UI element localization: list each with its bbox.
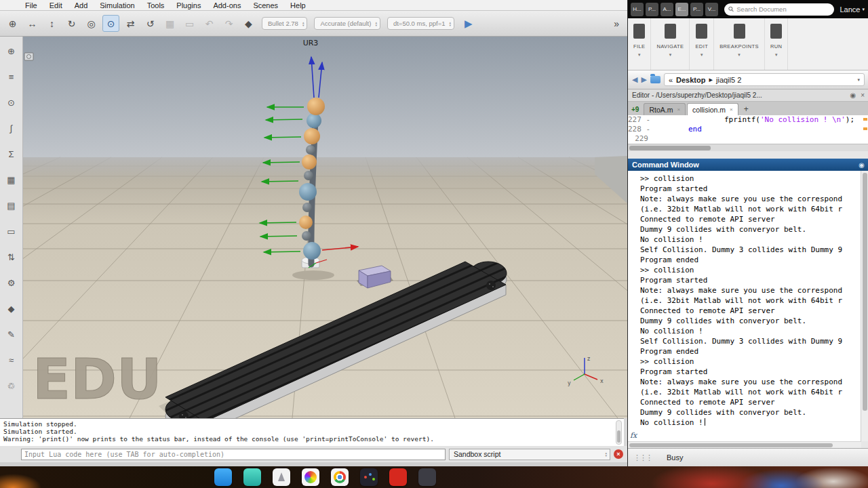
command-window-header[interactable]: Command Window ◉ [628, 159, 868, 171]
start-simulation-button[interactable]: ▶ [465, 18, 473, 30]
folder-icon[interactable] [650, 76, 660, 83]
command-hscrollbar[interactable] [628, 441, 861, 448]
launchpad-dock-icon[interactable] [273, 468, 290, 486]
breadcrumb[interactable]: « Desktop ▸ jiaqil5 2 ▾ [664, 73, 865, 86]
menu-simulation[interactable]: Simulation [94, 0, 140, 11]
3d-viewport[interactable]: UR3 EDU x y z [23, 37, 627, 418]
toolstrip-tab-3[interactable]: E... [675, 3, 688, 16]
assemble-icon[interactable]: ▦ [161, 15, 178, 32]
page-icon[interactable] [24, 53, 33, 60]
chevron-down-icon[interactable]: ▼ [700, 53, 704, 57]
undo-icon[interactable]: ↶ [201, 15, 218, 32]
coppeliasim-dock-icon[interactable] [360, 468, 378, 486]
messages-dock-icon[interactable] [243, 468, 261, 486]
finder-dock-icon[interactable] [214, 468, 232, 486]
ribbon-section-file[interactable]: FILE▼ [628, 18, 651, 70]
ribbon-section-edit[interactable]: EDIT▼ [690, 18, 714, 70]
doc-search-box[interactable] [724, 3, 834, 16]
command-vscrollbar[interactable] [861, 171, 868, 441]
chevron-down-icon[interactable]: ▼ [637, 53, 642, 57]
toolstrip-tab-1[interactable]: P... [646, 3, 658, 16]
collections-icon[interactable]: ◆ [4, 301, 19, 316]
environment-icon[interactable]: ♲ [4, 378, 19, 393]
layers-icon[interactable]: ▤ [4, 198, 19, 213]
paths-icon[interactable]: ≈ [4, 352, 19, 367]
camera-lift-icon[interactable]: ↕ [43, 15, 60, 32]
camera-pan-icon[interactable]: ↔ [24, 15, 41, 32]
menu-add-ons[interactable]: Add-ons [207, 0, 247, 11]
lua-code-input[interactable] [21, 449, 446, 460]
user-menu[interactable]: Lance ▾ [840, 5, 865, 14]
close-tab-icon[interactable]: × [677, 106, 680, 113]
chevron-down-icon[interactable]: ▾ [857, 77, 860, 83]
toolstrip-tab-2[interactable]: A... [660, 3, 673, 16]
close-icon[interactable]: × [861, 92, 865, 99]
selection-icon[interactable]: ▭ [4, 224, 19, 239]
calc-modules-icon[interactable]: Σ [4, 146, 19, 161]
menu-edit[interactable]: Edit [43, 0, 68, 11]
editor-code[interactable]: 227 - fprintf('No collision ! \n');228 -… [628, 115, 868, 144]
joint-tool-icon[interactable]: ⚙ [4, 275, 19, 290]
menu-tools[interactable]: Tools [141, 0, 171, 11]
model-browser-icon[interactable]: ▦ [4, 172, 19, 187]
script-select[interactable]: Sandbox script ▴▾ [449, 449, 610, 460]
command-line: Program ended [640, 346, 868, 357]
menu-add[interactable]: Add [68, 0, 94, 11]
undock-icon[interactable]: ◉ [859, 161, 865, 169]
measurement-icon[interactable]: ◆ [240, 15, 257, 32]
breadcrumb-current[interactable]: jiaqil5 2 [716, 76, 741, 84]
zoom-fit-icon[interactable]: ⊙ [4, 95, 19, 110]
timestep-select[interactable]: dt=50.0 ms, ppf=1 ▴▾ [387, 17, 454, 30]
accuracy-select[interactable]: Accurate (default) ▴▾ [314, 17, 380, 30]
breadcrumb-parent[interactable]: Desktop [676, 76, 705, 84]
object-translate-icon[interactable]: ⇄ [122, 15, 139, 32]
camera-translate-icon[interactable]: ⊕ [4, 15, 21, 32]
toolstrip-tab-0[interactable]: H... [631, 3, 644, 16]
new-tab-button[interactable]: + [740, 104, 753, 115]
chrome-dock-icon[interactable] [331, 468, 349, 486]
adobe-dock-icon[interactable] [389, 468, 407, 486]
close-tab-icon[interactable]: × [730, 106, 733, 113]
undock-icon[interactable]: ◉ [850, 92, 856, 99]
hidden-tabs-badge[interactable]: +9 [630, 106, 642, 115]
chevron-down-icon[interactable]: ▼ [668, 53, 672, 57]
zoom-icon[interactable]: ⊙ [102, 15, 119, 32]
toolbar-overflow-button[interactable]: » [614, 18, 625, 29]
chevron-down-icon[interactable]: ▼ [774, 53, 778, 57]
script-editor-icon[interactable]: ∫ [4, 121, 19, 136]
scene-hierarchy-icon[interactable]: ≡ [4, 69, 19, 84]
ribbon-section-navigate[interactable]: NAVIGATE▼ [651, 18, 690, 70]
command-window[interactable]: >> collisionProgram startedNote: always … [628, 171, 868, 441]
camera-rotate-icon[interactable]: ↻ [63, 15, 80, 32]
camera-angle-icon[interactable]: ◎ [83, 15, 100, 32]
object-rotate-icon[interactable]: ↺ [142, 15, 159, 32]
close-console-button[interactable]: × [614, 449, 623, 459]
forward-button[interactable]: ▶ [641, 75, 646, 84]
shift-icon[interactable]: ⇅ [4, 249, 19, 264]
menu-plugins[interactable]: Plugins [170, 0, 207, 11]
physics-engine-select[interactable]: Bullet 2.78 ▴▾ [262, 17, 307, 30]
editor-tab-RtoA-m[interactable]: RtoA.m× [644, 103, 686, 115]
status-scrollbar[interactable] [616, 420, 622, 445]
resize-grip-icon[interactable]: ⋮⋮⋮ [633, 453, 652, 462]
navigate-icon [665, 24, 676, 39]
menu-file[interactable]: File [19, 0, 43, 11]
ribbon-section-breakpoints[interactable]: BREAKPOINTS▼ [714, 18, 765, 70]
photos-dock-icon[interactable] [302, 468, 319, 486]
doc-search-input[interactable] [736, 5, 829, 13]
transfer-icon[interactable]: ▭ [181, 15, 198, 32]
editor-hscrollbar[interactable] [628, 144, 868, 151]
chevron-down-icon[interactable]: ▼ [737, 53, 741, 57]
toolstrip-tab-5[interactable]: V... [705, 3, 718, 16]
graphs-icon[interactable]: ✎ [4, 327, 19, 342]
redo-icon[interactable]: ↷ [220, 15, 237, 32]
back-button[interactable]: ◀ [632, 75, 637, 84]
menu-scenes[interactable]: Scenes [247, 0, 284, 11]
ribbon-section-run[interactable]: RUN▼ [765, 18, 788, 70]
camera-move-icon[interactable]: ⊕ [4, 43, 19, 58]
editor-tab-collision-m[interactable]: collision.m× [687, 103, 738, 115]
toolstrip-tab-4[interactable]: P... [690, 3, 703, 16]
menu-help[interactable]: Help [284, 0, 312, 11]
breadcrumb-collapse[interactable]: « [669, 76, 673, 84]
extra-app-dock-icon[interactable] [418, 468, 436, 486]
